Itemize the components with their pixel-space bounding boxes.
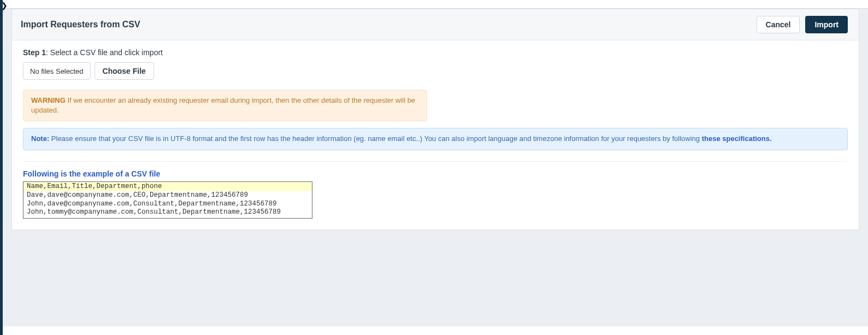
csv-header-row: Name,Email,Title,Department,phone [23, 182, 312, 192]
choose-file-button[interactable]: Choose File [95, 62, 154, 80]
page-title: Import Requesters from CSV [21, 20, 140, 30]
cancel-button[interactable]: Cancel [757, 16, 800, 33]
csv-data-row: John,tommy@companyname.com,Consultant,De… [23, 208, 312, 218]
step-label: Step 1 [23, 48, 46, 57]
top-bar-spacer [3, 0, 868, 9]
panel-content: Step 1: Select a CSV file and click impo… [12, 40, 859, 230]
warning-prefix: WARNING [31, 96, 66, 104]
specifications-link[interactable]: these specifications. [702, 134, 772, 143]
warning-text: If we encounter an already existing requ… [31, 96, 415, 114]
csv-data-row: Dave,dave@companyname.com,CEO,Department… [23, 191, 312, 200]
separator [23, 161, 848, 162]
example-heading: Following is the example of a CSV file [23, 169, 848, 178]
note-prefix: Note: [31, 134, 49, 143]
csv-data-row: John,dave@companyname.com,Consultant,Dep… [23, 200, 312, 209]
warning-alert: WARNING If we encounter an already exist… [23, 90, 427, 121]
panel-header: Import Requesters from CSV Cancel Import [12, 9, 859, 40]
step-instruction: Step 1: Select a CSV file and click impo… [23, 48, 848, 57]
file-picker-row: No files Selected Choose File [23, 62, 154, 80]
import-button[interactable]: Import [805, 16, 848, 33]
file-status: No files Selected [23, 62, 91, 80]
expand-sidebar-icon[interactable]: ❯ [1, 2, 8, 9]
import-panel: Import Requesters from CSV Cancel Import… [11, 9, 859, 230]
csv-example-box: Name,Email,Title,Department,phone Dave,d… [23, 181, 312, 219]
left-sidebar-strip [0, 0, 3, 326]
note-text: Please ensure that your CSV file is in U… [49, 134, 701, 143]
note-alert: Note: Please ensure that your CSV file i… [23, 128, 848, 150]
step-text: : Select a CSV file and click import [46, 48, 163, 57]
